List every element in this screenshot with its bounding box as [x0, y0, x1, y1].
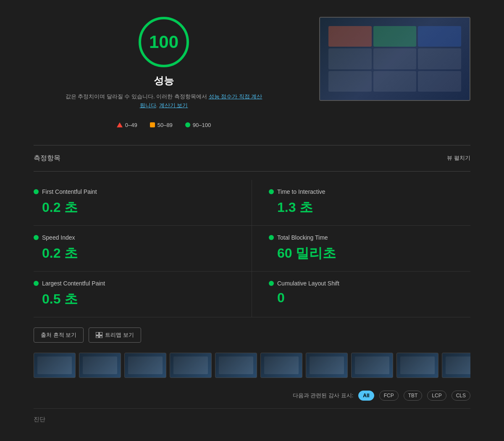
metrics-top-divider [34, 171, 470, 172]
thumbnail-4[interactable] [170, 353, 212, 378]
metrics-grid: First Contentful Paint 0.2 초 Time to Int… [34, 180, 470, 317]
metric-tbt-value: 60 밀리초 [269, 244, 462, 263]
source-trace-button[interactable]: 출처 흔적 보기 [34, 327, 84, 343]
metric-tbt: Total Blocking Time 60 밀리초 [252, 226, 470, 272]
score-description: 값은 추정치이며 달라질 수 있습니다. 이러한 측정항목에서 성능 점수가 직… [63, 92, 265, 110]
mock-card-5 [373, 48, 417, 69]
thumbnail-3[interactable] [124, 353, 166, 378]
thumbnail-2[interactable] [79, 353, 121, 378]
metric-cls-value: 0 [269, 290, 462, 306]
main-container: 100 성능 값은 추정치이며 달라질 수 있습니다. 이러한 측정항목에서 성… [0, 0, 504, 440]
metric-tti-label: Time to Interactive [277, 188, 326, 195]
thumbnail-10[interactable] [442, 353, 470, 378]
expand-button[interactable]: 뷰 펼치기 [447, 154, 470, 162]
legend-medium: 50–89 [150, 122, 173, 128]
metric-cls: Cumulative Layout Shift 0 [252, 272, 470, 317]
filter-row: 다음과 관련된 감사 표시: All FCP TBT LCP CLS [34, 386, 470, 405]
thumbnail-5[interactable] [215, 353, 257, 378]
filter-all-button[interactable]: All [358, 391, 374, 401]
mock-card-1 [328, 26, 372, 47]
legend-medium-icon [150, 122, 155, 127]
thumbnail-6[interactable] [260, 353, 302, 378]
legend-bad-icon [117, 122, 123, 127]
metric-lcp-label: Largest Contentful Paint [42, 280, 105, 287]
thumbnail-9[interactable] [396, 353, 438, 378]
metric-lcp: Largest Contentful Paint 0.5 초 [34, 272, 252, 317]
metric-si-value: 0.2 초 [34, 244, 235, 263]
svg-rect-2 [96, 336, 99, 338]
thumbnail-8[interactable] [351, 353, 393, 378]
legend-good-icon [185, 122, 190, 127]
metric-si-dot [34, 235, 39, 240]
legend-bad-label: 0–49 [125, 122, 137, 128]
metrics-header: 측정항목 뷰 펼치기 [34, 154, 470, 163]
top-section: 100 성능 값은 추정치이며 달라질 수 있습니다. 이러한 측정항목에서 성… [34, 17, 470, 128]
metric-lcp-label-row: Largest Contentful Paint [34, 280, 235, 287]
thumbnail-1[interactable] [34, 353, 76, 378]
legend-medium-label: 50–89 [158, 122, 173, 128]
score-circle: 100 [139, 17, 189, 67]
metric-tbt-dot [269, 235, 274, 240]
metric-lcp-value: 0.5 초 [34, 290, 235, 309]
metric-tbt-label: Total Blocking Time [277, 234, 328, 241]
metric-tti-dot [269, 189, 274, 194]
score-desc-text: 값은 추정치이며 달라질 수 있습니다. 이러한 측정항목에서 [66, 93, 209, 100]
svg-rect-1 [100, 332, 102, 335]
score-link2[interactable]: 계산기 보기 [159, 102, 188, 108]
thumbnails-row [34, 353, 470, 378]
mock-card-9 [418, 71, 461, 92]
metric-lcp-dot [34, 281, 39, 286]
metric-fcp-dot [34, 189, 39, 194]
legend-good: 90–100 [185, 122, 211, 128]
metric-cls-label-row: Cumulative Layout Shift [269, 280, 462, 287]
legend-bad: 0–49 [117, 122, 137, 128]
metrics-title: 측정항목 [34, 154, 60, 163]
metric-tbt-label-row: Total Blocking Time [269, 234, 462, 241]
metric-tti: Time to Interactive 1.3 초 [252, 180, 470, 226]
metric-si-label-row: Speed Index [34, 234, 235, 241]
metric-si: Speed Index 0.2 초 [34, 226, 252, 272]
buttons-row: 출처 흔적 보기 트리맵 보기 [34, 327, 470, 343]
metric-fcp-label-row: First Contentful Paint [34, 188, 235, 195]
footer-section: 진단 [34, 408, 470, 423]
footer-title: 진단 [34, 416, 45, 423]
screenshot-preview [320, 18, 470, 100]
svg-rect-0 [96, 332, 99, 335]
score-section: 100 성능 값은 추정치이며 달라질 수 있습니다. 이러한 측정항목에서 성… [34, 17, 294, 128]
metric-cls-label: Cumulative Layout Shift [277, 280, 339, 287]
score-number: 100 [149, 32, 178, 52]
mock-card-6 [418, 48, 461, 69]
score-title: 성능 [154, 74, 174, 87]
filter-lcp-button[interactable]: LCP [427, 391, 446, 401]
metric-fcp-label: First Contentful Paint [42, 188, 97, 195]
top-divider [34, 145, 470, 145]
metric-fcp-value: 0.2 초 [34, 198, 235, 217]
treemap-button[interactable]: 트리맵 보기 [89, 327, 141, 343]
legend-good-label: 90–100 [193, 122, 211, 128]
metric-si-label: Speed Index [42, 234, 75, 241]
metric-tti-label-row: Time to Interactive [269, 188, 462, 195]
mock-card-7 [328, 71, 372, 92]
legend-row: 0–49 50–89 90–100 [117, 122, 211, 128]
metric-tti-value: 1.3 초 [269, 198, 462, 217]
filter-tbt-button[interactable]: TBT [404, 391, 423, 401]
screenshot-section [319, 17, 470, 101]
mock-card-8 [373, 71, 417, 92]
treemap-icon [96, 332, 102, 338]
filter-cls-button[interactable]: CLS [452, 391, 470, 401]
mock-card-4 [328, 48, 372, 69]
treemap-button-label: 트리맵 보기 [105, 331, 134, 339]
thumbnail-7[interactable] [306, 353, 348, 378]
screenshot-frame [319, 17, 470, 101]
metric-cls-dot [269, 281, 274, 286]
mock-card-2 [373, 26, 417, 47]
svg-rect-3 [100, 336, 102, 338]
filter-fcp-button[interactable]: FCP [379, 391, 399, 401]
metric-fcp: First Contentful Paint 0.2 초 [34, 180, 252, 226]
filter-label: 다음과 관련된 감사 표시: [293, 392, 353, 399]
mock-card-3 [418, 26, 461, 47]
